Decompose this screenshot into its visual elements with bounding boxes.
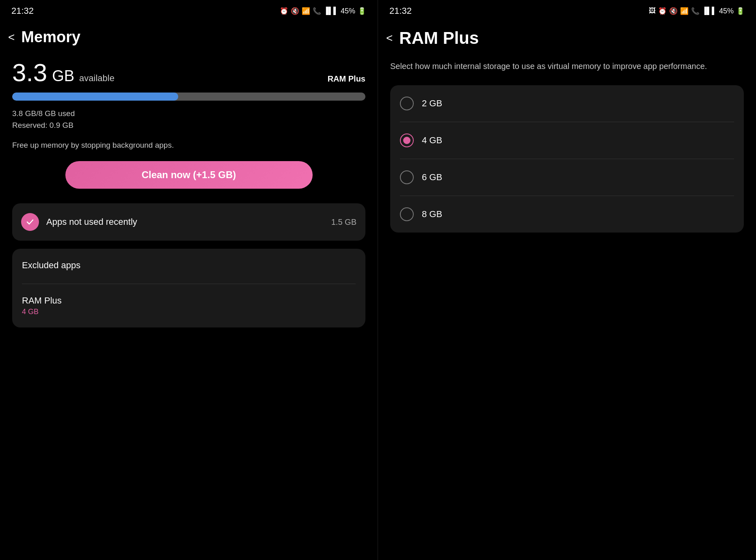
alarm-icon: ⏰ [280,7,288,15]
checkmark-icon [25,217,35,227]
radio-4gb [400,134,414,147]
apps-not-used-label: Apps not used recently [46,217,324,227]
battery-left: 45% [341,7,355,15]
signal-bars-r: ▐▌▌ [702,7,717,15]
ram-size-options: 2 GB 4 GB 6 GB 8 GB [390,85,744,233]
memory-progress-bar [12,93,365,101]
memory-available-label: available [79,73,114,84]
status-icons-left: ⏰ 🔇 📶 📞 ▐▌▌ 45% 🔋 [280,7,366,15]
ram-plus-settings-label: RAM Plus [22,295,356,306]
status-time-left: 21:32 [11,6,34,16]
call-icon-r: 📞 [691,7,700,15]
apps-not-used-size: 1.5 GB [331,218,356,227]
memory-screen: 21:32 ⏰ 🔇 📶 📞 ▐▌▌ 45% 🔋 < Memory 3.3 GB … [0,0,378,560]
battery-icon: 🔋 [358,7,366,15]
radio-6gb [400,170,414,184]
radio-8gb [400,207,414,221]
battery-right: 45% [719,7,734,15]
ram-plus-screen: 21:32 🖼 ⏰ 🔇 📶 📞 ▐▌▌ 45% 🔋 < RAM Plus Sel… [378,0,756,560]
memory-value-left: 3.3 GB available [12,58,114,87]
radio-4gb-inner [403,137,410,144]
ram-plus-settings-sub: 4 GB [22,308,356,316]
option-4gb-label: 4 GB [422,135,442,146]
call-icon: 📞 [313,7,321,15]
page-title-left: Memory [21,28,80,46]
back-button-left[interactable]: < [8,31,15,44]
memory-number: 3.3 [12,58,47,87]
gallery-icon: 🖼 [649,7,656,15]
free-up-text: Free up memory by stopping background ap… [12,141,365,150]
memory-value-row: 3.3 GB available RAM Plus [12,58,365,87]
clean-now-button[interactable]: Clean now (+1.5 GB) [65,161,313,189]
option-6gb[interactable]: 6 GB [390,159,744,196]
alarm-icon-r: ⏰ [658,7,667,15]
ram-plus-description: Select how much internal storage to use … [390,60,744,72]
ram-plus-content: Select how much internal storage to use … [378,56,756,560]
progress-bar-fill [12,93,178,101]
status-bar-right: 21:32 🖼 ⏰ 🔇 📶 📞 ▐▌▌ 45% 🔋 [378,0,756,20]
wifi-icon-r: 📶 [680,7,689,15]
settings-group: Excluded apps RAM Plus 4 GB [12,249,365,327]
ram-plus-link[interactable]: RAM Plus [328,74,365,84]
ram-plus-header: < RAM Plus [378,20,756,56]
wifi-icon: 📶 [302,7,310,15]
option-4gb[interactable]: 4 GB [390,122,744,159]
option-6gb-label: 6 GB [422,172,442,183]
mute-icon-r: 🔇 [669,7,678,15]
status-time-right: 21:32 [389,6,412,16]
apps-check-circle [21,213,39,231]
memory-stats: 3.8 GB/8 GB used Reserved: 0.9 GB [12,108,365,131]
mute-icon: 🔇 [291,7,299,15]
apps-not-used-section[interactable]: Apps not used recently 1.5 GB [12,203,365,241]
memory-header: < Memory [0,20,378,54]
memory-content: 3.3 GB available RAM Plus 3.8 GB/8 GB us… [0,54,378,560]
status-icons-right: 🖼 ⏰ 🔇 📶 📞 ▐▌▌ 45% 🔋 [649,7,745,15]
battery-icon-r: 🔋 [736,7,745,15]
status-bar-left: 21:32 ⏰ 🔇 📶 📞 ▐▌▌ 45% 🔋 [0,0,378,20]
page-title-right: RAM Plus [399,28,479,48]
signal-bars: ▐▌▌ [324,7,338,15]
radio-2gb [400,97,414,110]
ram-plus-settings-item[interactable]: RAM Plus 4 GB [12,284,365,327]
option-8gb-label: 8 GB [422,209,442,220]
memory-unit: GB [52,67,74,85]
excluded-apps-label: Excluded apps [22,260,356,271]
memory-reserved: Reserved: 0.9 GB [12,120,365,131]
memory-used: 3.8 GB/8 GB used [12,108,365,120]
option-8gb[interactable]: 8 GB [390,196,744,233]
option-2gb[interactable]: 2 GB [390,85,744,122]
excluded-apps-item[interactable]: Excluded apps [12,249,365,284]
option-2gb-label: 2 GB [422,98,442,109]
back-button-right[interactable]: < [386,32,393,45]
